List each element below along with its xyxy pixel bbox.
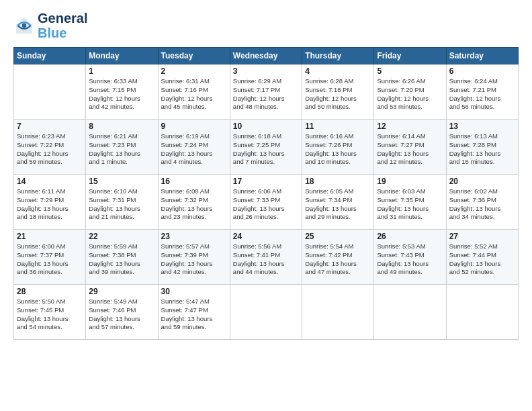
calendar-cell	[374, 285, 446, 340]
logo-icon	[13, 15, 35, 36]
logo-text: GeneralBlue	[38, 11, 87, 40]
cell-info: Sunrise: 6:31 AM Sunset: 7:16 PM Dayligh…	[161, 77, 227, 111]
calendar-cell: 28Sunrise: 5:50 AM Sunset: 7:45 PM Dayli…	[14, 285, 86, 340]
cell-info: Sunrise: 6:13 AM Sunset: 7:28 PM Dayligh…	[449, 132, 515, 167]
calendar-cell	[14, 64, 86, 120]
calendar-cell: 2Sunrise: 6:31 AM Sunset: 7:16 PM Daylig…	[158, 64, 230, 120]
calendar-cell: 17Sunrise: 6:06 AM Sunset: 7:33 PM Dayli…	[230, 175, 302, 230]
day-number: 8	[89, 122, 154, 131]
day-number: 25	[305, 232, 371, 241]
day-number: 9	[161, 122, 227, 131]
day-number: 24	[233, 232, 299, 241]
calendar-header-row: SundayMondayTuesdayWednesdayThursdayFrid…	[14, 48, 519, 64]
page: GeneralBlue SundayMondayTuesdayWednesday…	[0, 0, 532, 347]
calendar-cell: 19Sunrise: 6:03 AM Sunset: 7:35 PM Dayli…	[374, 175, 446, 230]
cell-info: Sunrise: 6:08 AM Sunset: 7:32 PM Dayligh…	[161, 187, 227, 222]
calendar-cell: 8Sunrise: 6:21 AM Sunset: 7:23 PM Daylig…	[86, 120, 158, 175]
day-number: 5	[377, 66, 443, 76]
cell-info: Sunrise: 5:50 AM Sunset: 7:45 PM Dayligh…	[17, 298, 83, 332]
day-number: 28	[17, 287, 83, 296]
calendar-cell: 30Sunrise: 5:47 AM Sunset: 7:47 PM Dayli…	[158, 285, 230, 340]
calendar-week-0: 1Sunrise: 6:33 AM Sunset: 7:15 PM Daylig…	[14, 64, 519, 120]
cell-info: Sunrise: 5:52 AM Sunset: 7:44 PM Dayligh…	[449, 242, 515, 277]
day-number: 1	[89, 66, 154, 76]
header-tuesday: Tuesday	[158, 48, 230, 64]
calendar-cell: 29Sunrise: 5:49 AM Sunset: 7:46 PM Dayli…	[86, 285, 158, 340]
cell-info: Sunrise: 5:47 AM Sunset: 7:47 PM Dayligh…	[161, 298, 227, 332]
calendar-cell	[446, 285, 518, 340]
cell-info: Sunrise: 6:16 AM Sunset: 7:26 PM Dayligh…	[305, 132, 371, 167]
calendar-week-4: 28Sunrise: 5:50 AM Sunset: 7:45 PM Dayli…	[14, 285, 519, 340]
calendar-cell: 10Sunrise: 6:18 AM Sunset: 7:25 PM Dayli…	[230, 120, 302, 175]
cell-info: Sunrise: 6:14 AM Sunset: 7:27 PM Dayligh…	[377, 132, 443, 167]
calendar-cell: 11Sunrise: 6:16 AM Sunset: 7:26 PM Dayli…	[302, 120, 374, 175]
calendar-cell: 4Sunrise: 6:28 AM Sunset: 7:18 PM Daylig…	[302, 64, 374, 120]
day-number: 11	[305, 122, 371, 131]
cell-info: Sunrise: 5:57 AM Sunset: 7:39 PM Dayligh…	[161, 242, 227, 277]
calendar-cell: 13Sunrise: 6:13 AM Sunset: 7:28 PM Dayli…	[446, 120, 518, 175]
calendar-cell: 21Sunrise: 6:00 AM Sunset: 7:37 PM Dayli…	[14, 230, 86, 285]
calendar-week-1: 7Sunrise: 6:23 AM Sunset: 7:22 PM Daylig…	[14, 120, 519, 175]
header: GeneralBlue	[13, 11, 519, 40]
calendar-cell: 3Sunrise: 6:29 AM Sunset: 7:17 PM Daylig…	[230, 64, 302, 120]
header-monday: Monday	[86, 48, 158, 64]
cell-info: Sunrise: 6:33 AM Sunset: 7:15 PM Dayligh…	[89, 77, 154, 111]
cell-info: Sunrise: 6:23 AM Sunset: 7:22 PM Dayligh…	[17, 132, 83, 167]
day-number: 4	[305, 66, 371, 76]
cell-info: Sunrise: 6:02 AM Sunset: 7:36 PM Dayligh…	[449, 187, 515, 222]
day-number: 16	[161, 177, 227, 186]
day-number: 12	[377, 122, 443, 131]
calendar-cell: 6Sunrise: 6:24 AM Sunset: 7:21 PM Daylig…	[446, 64, 518, 120]
calendar-week-3: 21Sunrise: 6:00 AM Sunset: 7:37 PM Dayli…	[14, 230, 519, 285]
calendar-cell: 16Sunrise: 6:08 AM Sunset: 7:32 PM Dayli…	[158, 175, 230, 230]
day-number: 3	[233, 66, 299, 76]
cell-info: Sunrise: 6:19 AM Sunset: 7:24 PM Dayligh…	[161, 132, 227, 167]
header-sunday: Sunday	[14, 48, 86, 64]
cell-info: Sunrise: 6:03 AM Sunset: 7:35 PM Dayligh…	[377, 187, 443, 222]
cell-info: Sunrise: 5:49 AM Sunset: 7:46 PM Dayligh…	[89, 298, 154, 332]
calendar-cell: 20Sunrise: 6:02 AM Sunset: 7:36 PM Dayli…	[446, 175, 518, 230]
cell-info: Sunrise: 5:59 AM Sunset: 7:38 PM Dayligh…	[89, 242, 154, 277]
cell-info: Sunrise: 6:26 AM Sunset: 7:20 PM Dayligh…	[377, 77, 443, 111]
day-number: 30	[161, 287, 227, 296]
day-number: 13	[449, 122, 515, 131]
day-number: 17	[233, 177, 299, 186]
day-number: 21	[17, 232, 83, 241]
day-number: 6	[449, 66, 515, 76]
calendar-cell: 9Sunrise: 6:19 AM Sunset: 7:24 PM Daylig…	[158, 120, 230, 175]
cell-info: Sunrise: 6:06 AM Sunset: 7:33 PM Dayligh…	[233, 187, 299, 222]
day-number: 10	[233, 122, 299, 131]
cell-info: Sunrise: 6:10 AM Sunset: 7:31 PM Dayligh…	[89, 187, 154, 222]
cell-info: Sunrise: 6:29 AM Sunset: 7:17 PM Dayligh…	[233, 77, 299, 111]
cell-info: Sunrise: 6:00 AM Sunset: 7:37 PM Dayligh…	[17, 242, 83, 277]
calendar-cell: 5Sunrise: 6:26 AM Sunset: 7:20 PM Daylig…	[374, 64, 446, 120]
day-number: 22	[89, 232, 154, 241]
day-number: 19	[377, 177, 443, 186]
header-saturday: Saturday	[446, 48, 518, 64]
svg-point-1	[22, 24, 26, 28]
cell-info: Sunrise: 6:24 AM Sunset: 7:21 PM Dayligh…	[449, 77, 515, 111]
day-number: 27	[449, 232, 515, 241]
day-number: 23	[161, 232, 227, 241]
calendar-cell: 22Sunrise: 5:59 AM Sunset: 7:38 PM Dayli…	[86, 230, 158, 285]
day-number: 20	[449, 177, 515, 186]
cell-info: Sunrise: 5:54 AM Sunset: 7:42 PM Dayligh…	[305, 242, 371, 277]
calendar-cell: 23Sunrise: 5:57 AM Sunset: 7:39 PM Dayli…	[158, 230, 230, 285]
calendar-cell: 7Sunrise: 6:23 AM Sunset: 7:22 PM Daylig…	[14, 120, 86, 175]
calendar-cell: 12Sunrise: 6:14 AM Sunset: 7:27 PM Dayli…	[374, 120, 446, 175]
calendar-cell: 25Sunrise: 5:54 AM Sunset: 7:42 PM Dayli…	[302, 230, 374, 285]
calendar-cell	[302, 285, 374, 340]
day-number: 26	[377, 232, 443, 241]
header-thursday: Thursday	[302, 48, 374, 64]
logo: GeneralBlue	[13, 11, 87, 40]
calendar-cell	[230, 285, 302, 340]
day-number: 14	[17, 177, 83, 186]
calendar-cell: 27Sunrise: 5:52 AM Sunset: 7:44 PM Dayli…	[446, 230, 518, 285]
header-friday: Friday	[374, 48, 446, 64]
cell-info: Sunrise: 5:53 AM Sunset: 7:43 PM Dayligh…	[377, 242, 443, 277]
day-number: 18	[305, 177, 371, 186]
calendar-cell: 18Sunrise: 6:05 AM Sunset: 7:34 PM Dayli…	[302, 175, 374, 230]
cell-info: Sunrise: 6:21 AM Sunset: 7:23 PM Dayligh…	[89, 132, 154, 167]
cell-info: Sunrise: 6:05 AM Sunset: 7:34 PM Dayligh…	[305, 187, 371, 222]
cell-info: Sunrise: 6:11 AM Sunset: 7:29 PM Dayligh…	[17, 187, 83, 222]
